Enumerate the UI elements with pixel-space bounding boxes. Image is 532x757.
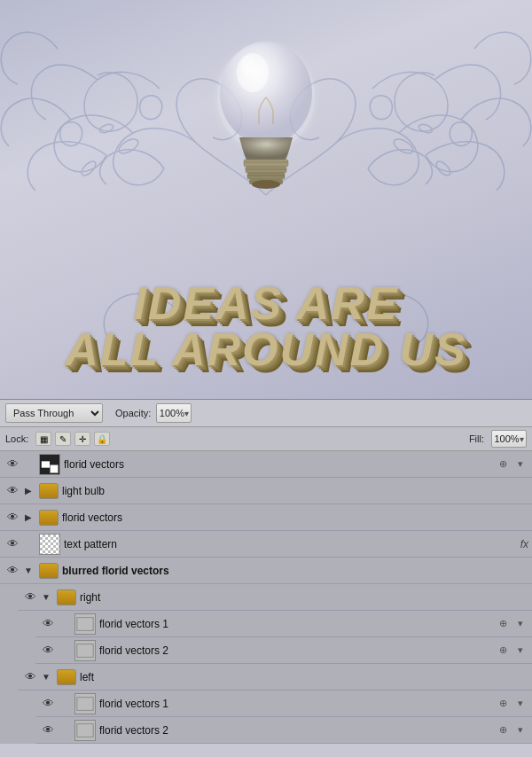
layer-options-arrow[interactable]: ▾ [512, 457, 528, 472]
layer-name: light bulb [62, 485, 528, 497]
expand-arrow[interactable]: ▼ [39, 590, 53, 605]
visibility-icon[interactable]: 👁 [4, 456, 21, 473]
expand-arrow [57, 644, 71, 658]
expand-arrow[interactable]: ▼ [39, 670, 53, 684]
layer-link-icon: ⊕ [495, 616, 511, 632]
lightbulb [195, 18, 337, 213]
svg-point-5 [418, 123, 434, 135]
svg-rect-12 [246, 167, 286, 173]
layer-thumbnail [57, 589, 76, 605]
expand-arrow[interactable]: ▶ [21, 484, 35, 498]
layer-options-arrow[interactable]: ▾ [512, 722, 528, 738]
svg-point-20 [252, 180, 280, 189]
opacity-value[interactable]: 100% ▾ [156, 403, 192, 423]
svg-point-9 [241, 56, 255, 77]
layer-row-text-pattern[interactable]: 👁 text pattern fx [0, 531, 532, 558]
visibility-icon[interactable]: 👁 [21, 668, 39, 686]
fill-label: Fill: [469, 433, 484, 444]
visibility-icon[interactable]: 👁 [39, 722, 57, 739]
fill-value[interactable]: 100% ▾ [491, 430, 527, 448]
layer-link-icon: ⊕ [495, 722, 511, 738]
layer-row-left[interactable]: 👁 ▼ left [18, 664, 532, 691]
layer-options-arrow[interactable]: ▾ [512, 696, 528, 712]
layer-link-icon: ⊕ [495, 457, 511, 472]
layer-link-icon: ⊕ [495, 696, 511, 712]
blend-mode-select[interactable]: Pass Through Normal Multiply Screen [5, 403, 103, 423]
visibility-icon[interactable]: 👁 [4, 509, 21, 527]
layer-link-icon: ⊕ [495, 643, 511, 659]
svg-point-4 [98, 123, 114, 135]
visibility-icon[interactable]: 👁 [39, 615, 57, 633]
svg-point-1 [392, 137, 416, 156]
layer-name: florid vectors 1 [99, 698, 493, 710]
layers-panel: Pass Through Normal Multiply Screen Opac… [0, 399, 532, 744]
lock-row: Lock: ▦ ✎ ✛ 🔒 Fill: 100% ▾ [0, 427, 532, 451]
layer-thumbnail [74, 693, 96, 714]
visibility-icon[interactable]: 👁 [21, 589, 39, 606]
expand-arrow [21, 457, 35, 472]
layer-name: text pattern [64, 538, 517, 550]
layer-row-florid-vectors-main[interactable]: 👁 florid vectors ⊕ ▾ [0, 451, 532, 478]
layer-name: right [80, 591, 528, 604]
svg-rect-10 [244, 160, 288, 167]
svg-rect-14 [247, 173, 285, 179]
layer-thumbnail [39, 454, 60, 475]
fx-badge: fx [520, 538, 528, 550]
layer-thumbnail [39, 534, 60, 555]
layer-name: left [80, 671, 528, 683]
layer-name: florid vectors 2 [99, 724, 493, 737]
layer-options-arrow[interactable]: ▾ [512, 616, 528, 632]
layer-row-florid-vectors-1-left[interactable]: 👁 florid vectors 1 ⊕ ▾ [35, 691, 532, 717]
layer-name: florid vectors [64, 458, 493, 471]
svg-rect-22 [42, 461, 50, 467]
layer-name: blurred florid vectors [62, 565, 528, 577]
lock-all-icon[interactable]: 🔒 [94, 432, 110, 446]
fill-arrow: ▾ [520, 434, 524, 444]
layer-thumbnail [74, 613, 96, 635]
svg-point-7 [220, 42, 312, 144]
layer-row-florid-vectors-2-left[interactable]: 👁 florid vectors 2 ⊕ ▾ [35, 717, 532, 744]
opacity-arrow: ▾ [184, 409, 189, 418]
expand-arrow [21, 537, 35, 551]
canvas-text: IDEAS ARE ALL AROUND US [0, 280, 532, 372]
layer-name: florid vectors 1 [99, 618, 493, 630]
layers-toolbar: Pass Through Normal Multiply Screen Opac… [0, 400, 532, 427]
visibility-icon[interactable]: 👁 [4, 535, 21, 553]
layer-thumbnail [39, 483, 59, 499]
layer-row-light-bulb[interactable]: 👁 ▶ light bulb [0, 478, 532, 504]
expand-arrow[interactable]: ▼ [21, 564, 35, 578]
layer-name: florid vectors [62, 511, 528, 524]
layer-options-arrow[interactable]: ▾ [512, 643, 528, 659]
visibility-icon[interactable]: 👁 [4, 562, 21, 580]
visibility-icon[interactable]: 👁 [4, 482, 21, 500]
layer-row-blurred-florid-vectors[interactable]: 👁 ▼ blurred florid vectors [0, 558, 532, 584]
layer-thumbnail [74, 640, 96, 661]
layer-name: florid vectors 2 [99, 644, 493, 657]
layer-thumbnail [74, 720, 96, 741]
expand-arrow [57, 617, 71, 631]
opacity-label: Opacity: [115, 408, 151, 418]
expand-arrow[interactable]: ▶ [21, 511, 35, 525]
canvas-area: IDEAS ARE ALL AROUND US [0, 0, 532, 399]
visibility-icon[interactable]: 👁 [39, 642, 57, 659]
lock-move-icon[interactable]: ✛ [74, 432, 90, 446]
lock-checkerboard-icon[interactable]: ▦ [35, 432, 51, 446]
expand-arrow [57, 697, 71, 711]
layer-thumbnail [39, 510, 59, 526]
layer-thumbnail [39, 563, 59, 579]
text-line1: IDEAS ARE [0, 280, 532, 326]
layer-row-right[interactable]: 👁 ▼ right [18, 584, 532, 611]
visibility-icon[interactable]: 👁 [39, 695, 57, 713]
lock-label: Lock: [5, 433, 28, 444]
layer-row-florid-vectors-group[interactable]: 👁 ▶ florid vectors [0, 504, 532, 531]
layer-thumbnail [57, 669, 76, 685]
lock-brush-icon[interactable]: ✎ [55, 432, 71, 446]
expand-arrow [57, 723, 71, 737]
layer-row-florid-vectors-2-right[interactable]: 👁 florid vectors 2 ⊕ ▾ [35, 637, 532, 664]
svg-point-0 [117, 137, 141, 156]
text-line2: ALL AROUND US [0, 326, 532, 372]
layer-row-florid-vectors-1-right[interactable]: 👁 florid vectors 1 ⊕ ▾ [35, 611, 532, 637]
